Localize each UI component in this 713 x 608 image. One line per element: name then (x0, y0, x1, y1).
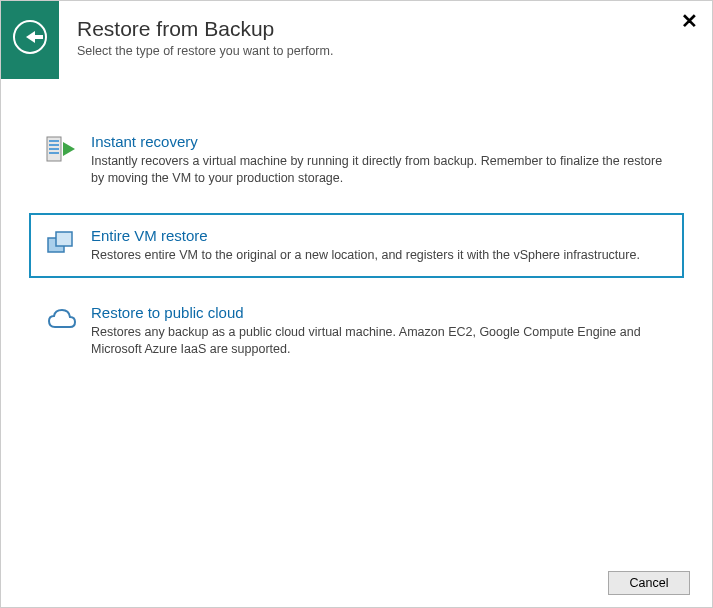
option-body: Entire VM restore Restores entire VM to … (91, 227, 670, 264)
option-body: Restore to public cloud Restores any bac… (91, 304, 670, 358)
footer: Cancel (608, 571, 690, 595)
svg-marker-5 (63, 142, 75, 156)
close-button[interactable]: ✕ (681, 11, 698, 31)
svg-rect-1 (49, 140, 59, 142)
option-instant-recovery[interactable]: Instant recovery Instantly recovers a vi… (29, 119, 684, 201)
header-text: Restore from Backup Select the type of r… (59, 1, 333, 58)
option-desc: Instantly recovers a virtual machine by … (91, 153, 670, 187)
cloud-icon (43, 304, 81, 336)
option-title: Instant recovery (91, 133, 670, 151)
option-desc: Restores entire VM to the original or a … (91, 247, 670, 264)
option-title: Restore to public cloud (91, 304, 670, 322)
option-desc: Restores any backup as a public cloud vi… (91, 324, 670, 358)
option-body: Instant recovery Instantly recovers a vi… (91, 133, 670, 187)
options-list: Instant recovery Instantly recovers a vi… (1, 79, 712, 371)
page-title: Restore from Backup (77, 15, 333, 42)
svg-rect-7 (56, 232, 72, 246)
instant-recovery-icon (43, 133, 81, 165)
header: Restore from Backup Select the type of r… (1, 1, 712, 79)
close-icon: ✕ (681, 10, 698, 32)
entire-vm-icon (43, 227, 81, 259)
back-button[interactable] (1, 1, 59, 79)
back-arrow-icon (13, 20, 47, 54)
option-title: Entire VM restore (91, 227, 670, 245)
page-subtitle: Select the type of restore you want to p… (77, 44, 333, 58)
svg-rect-2 (49, 144, 59, 146)
svg-rect-4 (49, 152, 59, 154)
option-restore-public-cloud[interactable]: Restore to public cloud Restores any bac… (29, 290, 684, 372)
cancel-button[interactable]: Cancel (608, 571, 690, 595)
option-entire-vm-restore[interactable]: Entire VM restore Restores entire VM to … (29, 213, 684, 278)
svg-rect-3 (49, 148, 59, 150)
